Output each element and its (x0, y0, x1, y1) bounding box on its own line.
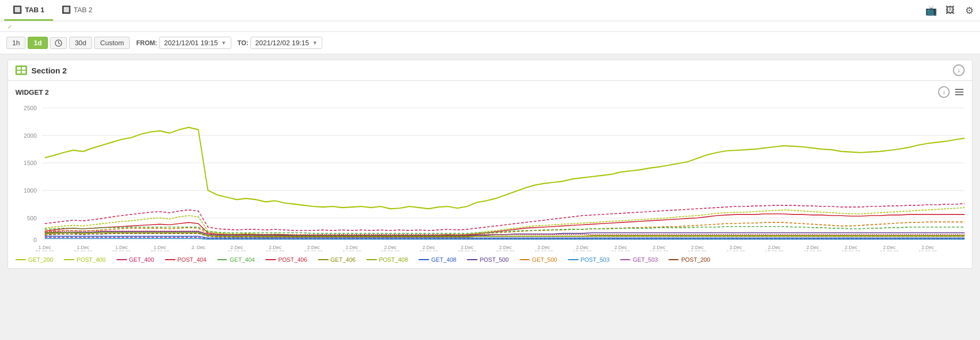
section-grid-icon (17, 67, 26, 73)
widget-header: WIDGET 2 ↓ (15, 86, 965, 98)
to-date-value: 2021/12/02 19:15 (255, 39, 309, 47)
svg-text:16:00:00: 16:00:00 (803, 250, 822, 251)
from-date-value: 2021/12/01 19:15 (164, 39, 217, 47)
section-icon (15, 65, 27, 75)
legend-line-post406 (265, 259, 276, 260)
legend-label-get500: GET_500 (532, 256, 557, 263)
legend-label-post200: POST_200 (681, 256, 710, 263)
section-download-button[interactable]: ↓ (953, 64, 965, 76)
legend-item-post500: POST_500 (467, 256, 508, 263)
svg-text:02:00:00: 02:00:00 (266, 250, 284, 251)
svg-text:22:00:00: 22:00:00 (112, 250, 131, 251)
legend-line-get200 (15, 259, 26, 260)
svg-text:12:00:00: 12:00:00 (650, 250, 668, 251)
from-dropdown-arrow: ▼ (221, 40, 227, 46)
legend-item-get408: GET_408 (418, 256, 456, 263)
chart-area: 2500 2000 1500 1000 500 0 1.Dec 20:00:00… (15, 102, 965, 251)
tab-tab1[interactable]: 🔲 TAB 1 (4, 0, 53, 21)
cursor-icon (55, 39, 62, 47)
legend-item-post400: POST_400 (64, 256, 105, 263)
svg-text:07:00:00: 07:00:00 (458, 250, 476, 251)
legend-label-post400: POST_400 (77, 256, 105, 263)
legend-item-get500: GET_500 (520, 256, 557, 263)
time-btn-30d[interactable]: 30d (69, 37, 93, 49)
time-btn-1d[interactable]: 1d (28, 37, 47, 49)
legend-item-get200: GET_200 (15, 256, 53, 263)
svg-text:09:00:00: 09:00:00 (534, 250, 553, 251)
legend-label-get408: GET_408 (431, 256, 456, 263)
legend-item-get406: GET_406 (318, 256, 356, 263)
svg-text:04:00:00: 04:00:00 (342, 250, 361, 251)
to-date-dropdown[interactable]: 2021/12/02 19:15 ▼ (250, 37, 322, 49)
svg-text:06:00:00: 06:00:00 (420, 250, 438, 251)
svg-text:08:00:00: 08:00:00 (496, 250, 515, 251)
svg-text:05:00:00: 05:00:00 (381, 250, 399, 251)
section-title-text: Section 2 (31, 66, 67, 75)
svg-text:13:00:00: 13:00:00 (688, 250, 707, 251)
svg-rect-6 (22, 71, 26, 73)
time-btn-custom[interactable]: Custom (94, 37, 130, 49)
legend-line-get404 (217, 259, 228, 260)
svg-text:15:00:00: 15:00:00 (765, 250, 783, 251)
legend-item-post503: POST_503 (568, 256, 609, 263)
image-icon[interactable]: 🖼 (944, 4, 957, 17)
legend-line-post503 (568, 259, 579, 260)
svg-line-2 (58, 43, 60, 44)
main-content: Section 2 ↓ WIDGET 2 ↓ (0, 54, 980, 340)
time-btn-cursor[interactable] (50, 37, 67, 49)
tv-icon[interactable]: 📺 (925, 4, 937, 17)
svg-text:20:00:00: 20:00:00 (36, 250, 54, 251)
legend-label-post404: POST_404 (178, 256, 206, 263)
legend-line-get500 (520, 259, 530, 260)
tab2-icon: 🔲 (62, 5, 71, 14)
svg-text:10:00:00: 10:00:00 (573, 250, 591, 251)
legend-line-get406 (318, 259, 329, 260)
svg-text:03:00:00: 03:00:00 (304, 250, 323, 251)
legend-label-get404: GET_404 (230, 256, 255, 263)
widget-container: WIDGET 2 ↓ 2500 2000 1500 (7, 81, 973, 269)
legend-item-get400: GET_400 (116, 256, 154, 263)
legend-line-post404 (165, 259, 175, 260)
settings-icon[interactable]: ⚙ (963, 4, 976, 17)
legend-label-post406: POST_406 (278, 256, 307, 263)
to-label: TO: (238, 39, 248, 47)
to-dropdown-arrow: ▼ (312, 40, 317, 46)
svg-text:500: 500 (27, 214, 37, 221)
tab1-icon: 🔲 (13, 5, 22, 14)
tab2-label: TAB 2 (74, 6, 93, 14)
legend-item-post406: POST_406 (265, 256, 307, 263)
from-date-dropdown[interactable]: 2021/12/01 19:15 ▼ (159, 37, 231, 49)
widget-menu-button[interactable] (954, 88, 965, 96)
svg-text:23:00:00: 23:00:00 (150, 250, 169, 251)
legend-line-post500 (467, 259, 478, 260)
legend-label-post408: POST_408 (379, 256, 408, 263)
legend-label-get200: GET_200 (28, 256, 53, 263)
svg-rect-3 (17, 67, 21, 70)
svg-text:17:00:00: 17:00:00 (842, 250, 860, 251)
svg-rect-5 (17, 71, 21, 73)
legend-label-post500: POST_500 (480, 256, 508, 263)
svg-text:0: 0 (33, 236, 37, 243)
widget-download-button[interactable]: ↓ (938, 86, 950, 98)
section-header: Section 2 ↓ (7, 60, 973, 81)
legend-item-get404: GET_404 (217, 256, 255, 263)
time-range-bar: 1h 1d 30d Custom FROM: 2021/12/01 19:15 … (0, 32, 980, 54)
svg-text:2500: 2500 (24, 105, 37, 111)
svg-text:1000: 1000 (24, 187, 37, 194)
svg-text:19:00:00: 19:00:00 (918, 250, 937, 251)
legend-item-post408: POST_408 (366, 256, 408, 263)
tab1-check: ✓ (7, 23, 12, 30)
svg-text:18:00:00: 18:00:00 (880, 250, 899, 251)
svg-rect-4 (22, 67, 26, 70)
svg-text:1500: 1500 (24, 160, 37, 166)
legend-item-post404: POST_404 (165, 256, 206, 263)
time-btn-1h[interactable]: 1h (6, 37, 26, 49)
svg-text:11:00:00: 11:00:00 (612, 250, 630, 251)
legend-line-post400 (64, 259, 74, 260)
legend-line-post408 (366, 259, 377, 260)
tab-tab2[interactable]: 🔲 TAB 2 (53, 0, 101, 21)
legend-label-post503: POST_503 (581, 256, 609, 263)
legend-label-get400: GET_400 (129, 256, 154, 263)
legend-line-get408 (418, 259, 429, 260)
svg-text:01:00:00: 01:00:00 (228, 250, 246, 251)
